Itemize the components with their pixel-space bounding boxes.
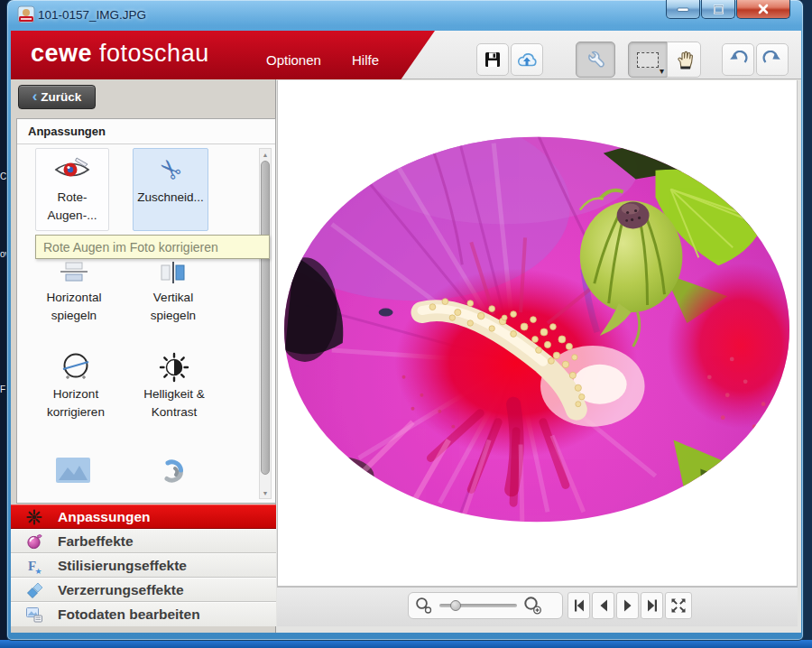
flip-vertical-icon: [158, 260, 189, 285]
tool-red-eye[interactable]: Rote-Augen-...: [35, 148, 109, 231]
wrench-icon: [585, 49, 606, 70]
minimize-button[interactable]: [666, 0, 700, 19]
red-eye-icon: [52, 149, 92, 189]
logo-rest: fotoschau: [99, 40, 209, 67]
tool-color-swirl[interactable]: [156, 457, 189, 486]
effect-category-list: Anpassungen Farbeffekte F ★: [11, 505, 276, 626]
marquee-icon: [637, 52, 659, 68]
maximize-button[interactable]: [701, 0, 735, 19]
tools-button[interactable]: [576, 42, 615, 78]
pan-hand-button[interactable]: [667, 42, 701, 78]
photo-ellipse: [278, 80, 797, 585]
tool-label: Horizontal spiegeln: [33, 289, 115, 326]
adjustments-panel: Anpassungen Rote-Augen-... ✂: [16, 118, 276, 504]
tool-brightness-contrast[interactable]: Helligkeit & Kontrast: [131, 352, 217, 422]
brightness-contrast-icon: [158, 352, 190, 383]
fullscreen-button[interactable]: [665, 592, 692, 619]
minimize-icon: [677, 5, 689, 13]
tool-label: Vertikal spiegeln: [133, 289, 214, 326]
category-label: Anpassungen: [58, 509, 150, 525]
tool-label: Zuschneid...: [137, 189, 204, 207]
previous-image-button[interactable]: [592, 592, 614, 619]
cloud-upload-icon: [516, 51, 538, 69]
last-icon: [644, 597, 660, 615]
horizon-level-icon: [60, 352, 92, 383]
selection-marquee-button[interactable]: ▾: [628, 42, 668, 78]
flip-horizontal-icon: [59, 260, 89, 285]
panel-scrollbar[interactable]: ▲ ▼: [259, 148, 272, 499]
tool-crop[interactable]: ✂ Zuschneid...: [133, 148, 208, 231]
photo-data-icon: [11, 606, 58, 624]
tool-horizon[interactable]: Horizont korrigieren: [33, 352, 118, 422]
scroll-down-icon[interactable]: ▼: [260, 487, 271, 498]
category-farbeffekte[interactable]: Farbeffekte: [11, 529, 276, 553]
zoom-out-icon[interactable]: [414, 596, 434, 616]
close-icon: [757, 4, 770, 14]
close-button[interactable]: [736, 0, 790, 19]
app-logo: cewe fotoschau: [31, 40, 209, 68]
tool-landscape[interactable]: [55, 457, 91, 484]
tool-flip-horizontal[interactable]: Horizontal spiegeln: [33, 260, 115, 326]
desktop-bottom-strip: [0, 640, 812, 648]
undo-icon: [728, 51, 748, 69]
zoom-in-icon[interactable]: [522, 595, 544, 616]
scroll-up-icon[interactable]: ▲: [260, 149, 271, 160]
save-button[interactable]: [476, 43, 509, 76]
first-icon: [571, 597, 587, 615]
window-content: cewe fotoschau Optionen Hilfe: [11, 31, 801, 633]
category-verzerrungseffekte[interactable]: Verzerrungseffekte: [11, 578, 276, 602]
redo-button[interactable]: [756, 43, 789, 76]
tool-label: Helligkeit & Kontrast: [131, 385, 217, 422]
scrollbar-thumb[interactable]: [261, 161, 270, 475]
svg-text:★: ★: [35, 566, 42, 575]
back-chevron-icon: ‹: [32, 88, 38, 104]
color-swirl-icon: [156, 457, 189, 486]
window-titlebar[interactable]: 101-0157_IMG.JPG: [7, 0, 803, 31]
menu-optionen[interactable]: Optionen: [266, 52, 321, 68]
category-fotodaten[interactable]: Fotodaten bearbeiten: [11, 602, 276, 626]
category-label: Verzerrungseffekte: [58, 582, 184, 598]
zoom-controls: [408, 592, 563, 619]
back-label: Zurück: [41, 90, 81, 104]
zoom-slider[interactable]: [439, 604, 517, 607]
viewer-toolbar: [277, 587, 798, 626]
category-label: Fotodaten bearbeiten: [58, 606, 200, 623]
crop-scissors-icon: ✂: [160, 149, 181, 189]
adjustments-icon: [11, 508, 58, 526]
fullscreen-icon: [669, 597, 687, 615]
tool-label: Horizont korrigieren: [33, 385, 118, 422]
screen: CE ov F 101-0157_IMG.JPG: [0, 0, 812, 648]
tool-flip-vertical[interactable]: Vertikal spiegeln: [133, 260, 214, 326]
photo-canvas[interactable]: [277, 80, 798, 587]
next-icon: [620, 597, 636, 615]
last-image-button[interactable]: [641, 592, 663, 619]
zoom-slider-thumb[interactable]: [450, 600, 461, 611]
category-stilisierungseffekte[interactable]: F ★ Stilisierungseffekte: [11, 553, 276, 578]
tooltip: Rote Augen im Foto korrigieren: [35, 235, 270, 259]
window-title: 101-0157_IMG.JPG: [38, 8, 146, 22]
first-image-button[interactable]: [567, 592, 590, 619]
hand-icon: [675, 50, 693, 69]
menu-hilfe[interactable]: Hilfe: [352, 52, 379, 68]
redo-icon: [762, 51, 782, 69]
category-label: Stilisierungseffekte: [58, 558, 187, 574]
category-anpassungen[interactable]: Anpassungen: [11, 505, 276, 529]
app-header: cewe fotoschau Optionen Hilfe: [11, 31, 801, 79]
panel-title: Anpassungen: [17, 119, 275, 144]
maximize-icon: [713, 5, 724, 14]
tool-label: Rote-Augen-...: [39, 189, 106, 226]
save-icon: [484, 51, 502, 69]
previous-icon: [595, 597, 612, 615]
undo-button[interactable]: [722, 43, 754, 76]
stylize-effects-icon: F ★: [11, 557, 58, 575]
distortion-effects-icon: [11, 581, 58, 599]
upload-button[interactable]: [511, 43, 543, 76]
category-label: Farbeffekte: [58, 533, 134, 550]
color-effects-icon: [11, 532, 58, 551]
next-image-button[interactable]: [616, 592, 639, 619]
caret-down-icon: ▾: [660, 66, 664, 76]
landscape-icon: [55, 457, 91, 484]
app-icon: [17, 5, 35, 23]
desktop-right-strip: [802, 0, 812, 648]
back-button[interactable]: ‹ Zurück: [18, 85, 96, 109]
